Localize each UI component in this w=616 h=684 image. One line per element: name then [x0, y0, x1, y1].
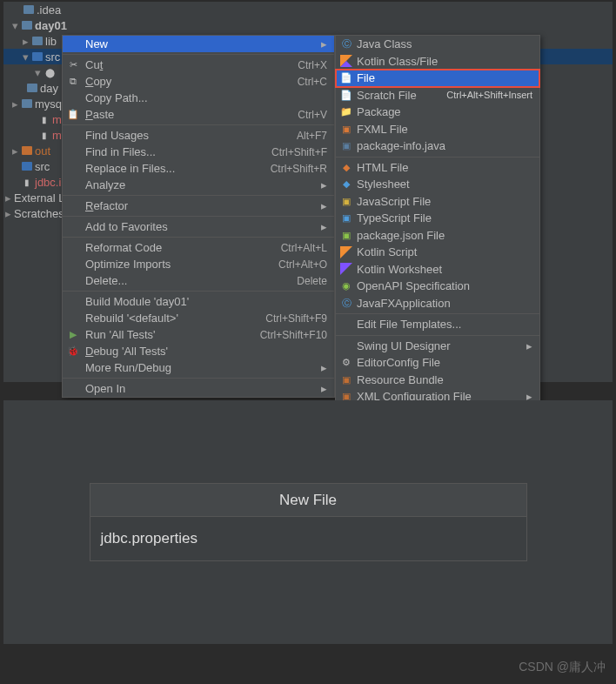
- sub-resource-bundle[interactable]: ▣Resource Bundle: [336, 372, 539, 389]
- file-icon: ▮: [38, 113, 50, 125]
- ctx-label: Copy: [85, 75, 298, 88]
- shortcut: Ctrl+C: [298, 76, 327, 88]
- sub-swing[interactable]: Swing UI Designer▸: [336, 338, 539, 355]
- ctx-build-module[interactable]: Build Module 'day01': [63, 293, 334, 310]
- ctx-more-run[interactable]: More Run/Debug▸: [63, 359, 334, 376]
- sub-label: HTML File: [357, 161, 532, 174]
- ctx-label: Find Usages: [85, 129, 297, 142]
- ctx-label: Refactor: [85, 199, 318, 212]
- tree-item-idea[interactable]: .idea: [3, 2, 613, 17]
- sub-label: JavaFXApplication: [357, 297, 532, 310]
- sub-package[interactable]: 📁Package: [336, 104, 539, 121]
- shortcut: Ctrl+Alt+L: [281, 242, 327, 254]
- shortcut: Ctrl+Shift+F10: [260, 329, 327, 341]
- sub-label: JavaScript File: [357, 195, 532, 208]
- class-icon: Ⓒ: [339, 37, 353, 51]
- ctx-analyze[interactable]: Analyze▸: [63, 177, 334, 193]
- sub-editorconfig[interactable]: ⚙EditorConfig File: [336, 354, 539, 372]
- sub-edit-templates[interactable]: Edit File Templates...: [336, 316, 539, 333]
- ctx-add-favorites[interactable]: Add to Favorites▸: [63, 218, 334, 235]
- new-file-dialog: New File jdbc.properties: [90, 483, 527, 561]
- sub-html-file[interactable]: ◆HTML File: [336, 159, 539, 177]
- new-submenu[interactable]: ⒸJava Class Kotlin Class/File 📄File 📄Scr…: [335, 35, 540, 406]
- folder-icon: [23, 5, 34, 14]
- sub-javafx[interactable]: ⒸJavaFXApplication: [336, 295, 539, 312]
- out-folder-icon: [22, 146, 32, 155]
- sub-package-json[interactable]: ▣package.json File: [336, 227, 539, 245]
- chevron-down-icon[interactable]: ▾: [10, 19, 19, 32]
- ctx-refactor[interactable]: Refactor▸: [63, 198, 334, 214]
- ctx-rebuild[interactable]: Rebuild '<default>'Ctrl+Shift+F9: [63, 310, 334, 326]
- svg-marker-3: [340, 263, 352, 275]
- chevron-right-icon[interactable]: ▸: [10, 144, 19, 158]
- ctx-delete[interactable]: Delete...Delete: [63, 272, 334, 289]
- openapi-icon: ◉: [339, 279, 353, 293]
- file-icon: 📄: [339, 71, 353, 85]
- ctx-copy[interactable]: ⧉CopyCtrl+C: [63, 73, 334, 90]
- scratch-icon: 📄: [339, 88, 353, 102]
- chevron-right-icon[interactable]: ▸: [21, 35, 30, 48]
- ctx-find-usages[interactable]: Find UsagesAlt+F7: [63, 127, 334, 144]
- context-menu[interactable]: New▸ ✂CutCtrl+X ⧉CopyCtrl+C Copy Path...…: [62, 35, 335, 398]
- sub-typescript[interactable]: ▣TypeScript File: [336, 210, 539, 227]
- ctx-label: Cut: [85, 58, 298, 71]
- ctx-find-in-files[interactable]: Find in Files...Ctrl+Shift+F: [63, 144, 334, 160]
- shortcut: Ctrl+X: [298, 59, 327, 71]
- kotlin-icon: [339, 245, 353, 259]
- ctx-debug[interactable]: 🐞Debug 'All Tests': [63, 343, 334, 359]
- tree-label: Scratches: [14, 207, 64, 220]
- submenu-arrow-icon: ▸: [526, 339, 532, 352]
- ctx-copy-path[interactable]: Copy Path...: [63, 90, 334, 106]
- bundle-icon: ▣: [339, 372, 353, 386]
- sub-java-class[interactable]: ⒸJava Class: [336, 36, 539, 53]
- sub-label: Swing UI Designer: [357, 339, 523, 352]
- sub-javascript[interactable]: ▣JavaScript File: [336, 193, 539, 211]
- filename-input[interactable]: jdbc.properties: [90, 517, 526, 560]
- ctx-open-in[interactable]: Open In▸: [63, 380, 334, 397]
- file-icon: ▮: [38, 129, 50, 141]
- sub-kotlin-script[interactable]: Kotlin Script: [336, 244, 539, 261]
- tree-label: lib: [45, 35, 57, 48]
- sub-openapi[interactable]: ◉OpenAPI Specification: [336, 278, 539, 295]
- ctx-label: Copy Path...: [85, 91, 327, 104]
- sub-label: package-info.java: [357, 139, 532, 152]
- cut-icon: ✂: [66, 58, 80, 72]
- tree-item-day01[interactable]: ▾day01: [3, 17, 613, 33]
- chevron-down-icon[interactable]: ▾: [33, 66, 42, 79]
- chevron-down-icon[interactable]: ▾: [21, 50, 30, 64]
- sub-kotlin-class[interactable]: Kotlin Class/File: [336, 53, 539, 70]
- ctx-run[interactable]: ▶Run 'All Tests'Ctrl+Shift+F10: [63, 326, 334, 343]
- ts-icon: ▣: [339, 211, 353, 225]
- separator: [63, 195, 334, 196]
- chevron-right-icon[interactable]: ▸: [3, 207, 12, 220]
- separator: [336, 335, 539, 336]
- submenu-arrow-icon: ▸: [321, 178, 327, 191]
- ctx-replace-in-files[interactable]: Replace in Files...Ctrl+Shift+R: [63, 160, 334, 177]
- sub-kotlin-worksheet[interactable]: Kotlin Worksheet: [336, 261, 539, 278]
- ctx-label: New: [85, 37, 318, 50]
- folder-icon: [22, 99, 32, 108]
- ctx-cut[interactable]: ✂CutCtrl+X: [63, 57, 334, 73]
- sub-file[interactable]: 📄File: [336, 70, 539, 87]
- package-icon: 📁: [339, 105, 353, 119]
- dialog-title: New File: [90, 484, 526, 517]
- sub-scratch-file[interactable]: 📄Scratch FileCtrl+Alt+Shift+Insert: [336, 87, 539, 104]
- submenu-arrow-icon: ▸: [321, 199, 327, 212]
- ctx-paste[interactable]: 📋PasteCtrl+V: [63, 106, 334, 123]
- ctx-new[interactable]: New▸: [63, 36, 334, 52]
- sub-label: Stylesheet: [357, 178, 532, 191]
- ctx-label: Optimize Imports: [85, 258, 278, 271]
- tree-label: .idea: [37, 3, 61, 17]
- ctx-optimize[interactable]: Optimize ImportsCtrl+Alt+O: [63, 256, 334, 272]
- shortcut: Alt+F7: [297, 130, 327, 142]
- separator: [336, 157, 539, 158]
- ctx-reformat[interactable]: Reformat CodeCtrl+Alt+L: [63, 239, 334, 256]
- chevron-right-icon[interactable]: ▸: [3, 191, 12, 205]
- ctx-label: Debug 'All Tests': [85, 345, 327, 358]
- sub-fxml[interactable]: ▣FXML File: [336, 121, 539, 138]
- chevron-right-icon[interactable]: ▸: [10, 97, 19, 111]
- css-icon: ◆: [339, 178, 353, 191]
- sub-label: FXML File: [357, 123, 532, 136]
- sub-stylesheet[interactable]: ◆Stylesheet: [336, 176, 539, 193]
- sub-package-info[interactable]: ▣package-info.java: [336, 137, 539, 155]
